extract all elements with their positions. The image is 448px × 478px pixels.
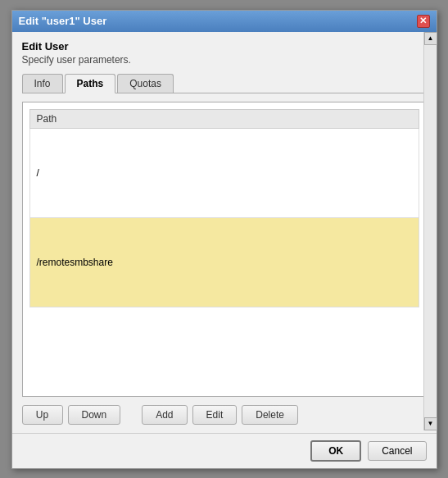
section-title: Edit User (22, 40, 427, 52)
tab-content-paths: Path / /remotesmbshare (22, 102, 427, 397)
empty-row (29, 307, 419, 324)
empty-row (29, 357, 419, 373)
delete-button[interactable]: Delete (242, 405, 298, 425)
dialog-body: Edit User Specify user parameters. Info … (12, 32, 437, 433)
table-row[interactable]: /remotesmbshare (29, 217, 419, 307)
edit-button[interactable]: Edit (192, 405, 238, 425)
tab-bar: Info Paths Quotas (22, 74, 427, 93)
dialog-title: Edit "user1" User (19, 15, 107, 27)
section-subtitle: Specify user parameters. (22, 54, 427, 66)
scroll-down-button[interactable]: ▼ (424, 417, 437, 430)
column-header-path: Path (29, 109, 419, 128)
add-button[interactable]: Add (142, 405, 187, 425)
scrollbar[interactable]: ▲ ▼ (423, 32, 437, 430)
scroll-track (424, 45, 437, 417)
close-button[interactable]: ✕ (417, 15, 430, 28)
ok-button[interactable]: OK (310, 440, 361, 462)
scroll-up-button[interactable]: ▲ (424, 32, 437, 45)
cancel-button[interactable]: Cancel (368, 441, 426, 461)
down-button[interactable]: Down (68, 405, 121, 425)
tab-info[interactable]: Info (22, 74, 63, 93)
table-row[interactable]: / (29, 128, 419, 217)
empty-row (29, 340, 419, 357)
path-cell: /remotesmbshare (29, 217, 419, 307)
dialog-footer: OK Cancel (12, 433, 437, 468)
action-buttons: Up Down Add Edit Delete (22, 405, 427, 425)
title-bar: Edit "user1" User ✕ (12, 11, 437, 32)
tab-paths[interactable]: Paths (65, 74, 116, 93)
up-button[interactable]: Up (22, 405, 63, 425)
empty-row (29, 373, 419, 389)
empty-row (29, 324, 419, 340)
tab-quotas[interactable]: Quotas (117, 74, 174, 93)
path-cell: / (29, 128, 419, 217)
path-table: Path / /remotesmbshare (29, 109, 419, 389)
edit-user-dialog: Edit "user1" User ✕ ▲ ▼ Edit User Specif… (11, 10, 437, 469)
